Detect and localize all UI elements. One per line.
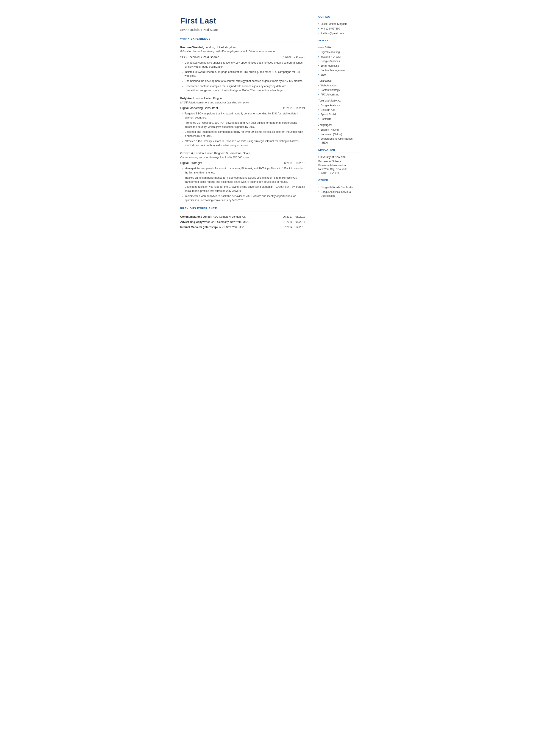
hard-skills-label: Hard SKills: [319,45,359,49]
employer-desc-2: NYSE-listed recruitment and employer bra… [180,101,305,105]
bullet-icon: • [319,117,320,121]
contact-heading: CONTACT [319,15,359,20]
bullet-icon: • [319,27,320,31]
bullet-icon: • [319,32,320,35]
bullet-item: Implemented web analytics to track the b… [185,194,305,202]
employer-name-3: Growthsi, London, United Kingdom & Barce… [180,151,305,155]
employer-block-1: Resume Worded, London, United Kingdom Ed… [180,45,305,92]
bullet-item: Promoted 21+ webinars, 100 PDF downloads… [185,121,305,129]
bullet-icon: • [319,84,320,88]
bullet-icon: • [319,68,320,72]
skill-sem: • SEM [319,73,359,77]
skill-ppc-advertising: • PPC Advertising [319,93,359,97]
bullet-icon: • [319,93,320,97]
bullet-icon: • [319,73,320,77]
bullet-icon: • [319,128,320,132]
employer-desc-1: Education technology startup with 50+ em… [180,49,305,54]
employer-block-2: Polyhire, London, United Kingdom NYSE-li… [180,96,305,147]
bullet-item: Attracted 1450+weekly visitors to Polyhi… [185,139,305,147]
skill-content-strategy: • Content Strategy [319,88,359,92]
prev-exp-dates-1: 06/2017 – 05/2018 [283,215,305,219]
bullet-icon: • [319,64,320,68]
work-experience-heading: WORK EXPERIENCE [180,37,305,42]
bullet-item: Initiated keyword research, on-page opti… [185,70,305,78]
bullet-icon: • [319,108,320,112]
education-heading: EDUCATION [319,148,359,153]
skill-hootsuite: • Hootsuite [319,117,359,121]
bullet-icon: • [319,137,320,145]
prev-exp-role-1: Communications Officer, ABC Company, Lon… [180,215,246,219]
other-item-2: • Google Analytics Individual Qualificat… [319,190,359,198]
bullet-icon: • [319,190,320,198]
skill-english: • English (Native) [319,128,359,132]
contact-phone: • +44 1234567890 [319,27,359,31]
job-bullets-2: Targeted SEO campaigns that increased mo… [185,112,305,147]
bullet-icon: • [319,88,320,92]
bullet-item: Designed and implemented campaign strate… [185,130,305,138]
skill-romanian: • Romanian (Native) [319,132,359,136]
job-bullets-1: Conducted competitive analysis to identi… [185,61,305,92]
main-column: First Last SEO Specialist / Paid Search … [171,9,313,237]
bullet-icon: • [319,113,320,116]
skill-web-analytics: • Web Analytics [319,84,359,88]
job-bullets-3: Managed the company's Facebook, Instagra… [185,167,305,202]
skill-content-management: • Content Management [319,68,359,72]
prev-exp-role-2: Advertising Copywriter, XYZ Company, New… [180,220,249,224]
candidate-title: SEO Specialist / Paid Search [180,28,305,32]
employer-desc-3: Career training and membership SaaS with… [180,155,305,160]
employer-block-3: Growthsi, London, United Kingdom & Barce… [180,151,305,202]
bullet-item: Targeted SEO campaigns that increased mo… [185,112,305,120]
job-title-row-1: SEO Specialist / Paid Search 12/2021 – P… [180,55,305,60]
candidate-name: First Last [180,15,305,27]
bullet-item: Championed the development of a content … [185,79,305,83]
edu-degree: Bachelor of Science Business Administrat… [319,159,359,175]
previous-experience-heading: PREVIOUS EXPERIENCE [180,207,305,211]
prev-exp-dates-2: 01/2016 – 05/2017 [283,220,305,224]
skill-google-analytics-2: • Google Analytics [319,103,359,107]
job-title-3: Digital Strategist [180,161,202,165]
tools-label: Tools and Software: [319,99,359,102]
bullet-icon: • [319,22,320,26]
bullet-item: Researched content strategies that align… [185,84,305,93]
prev-exp-row-2: Advertising Copywriter, XYZ Company, New… [180,220,305,224]
skill-email-marketing: • Email Marketing [319,64,359,68]
languages-label: Languages: [319,123,359,127]
prev-exp-dates-3: 07/2014 – 12/2015 [283,225,305,229]
bullet-icon: • [319,132,320,136]
bullet-icon: • [319,59,320,63]
prev-exp-row-3: Internet Marketer (Internship), ABC, New… [180,225,305,229]
techniques-label: Techniques: [319,79,359,83]
prev-exp-role-3: Internet Marketer (Internship), ABC, New… [180,225,244,229]
bullet-item: Conducted competitive analysis to identi… [185,61,305,69]
skill-instagram-growth: • Instagram Growth [319,55,359,59]
skill-digital-marketing: • Digital Marketing [319,50,359,54]
other-heading: OTHER [319,179,359,183]
job-dates-3: 06/2018 – 10/2019 [283,161,305,165]
job-dates-1: 12/2021 – Present [283,55,305,60]
job-title-row-3: Digital Strategist 06/2018 – 10/2019 [180,161,305,165]
bullet-icon: • [319,50,320,54]
skill-sprout-social: • Sprout Social [319,113,359,116]
resume-page: First Last SEO Specialist / Paid Search … [171,0,365,245]
other-item-1: • Google AdWords Certification [319,185,359,189]
skill-google-analytics-1: • Google Analytics [319,59,359,63]
job-title-row-2: Digital Marketing Consultant 11/2019 – 1… [180,106,305,110]
bullet-item: Managed the company's Facebook, Instagra… [185,167,305,175]
skill-linkedin-ads: • LinkedIn Ads [319,108,359,112]
skill-seo-language: • Search Engine Optimization (SEO) [319,137,359,145]
sidebar: CONTACT • Essex, United Kingdom • +44 12… [313,9,365,237]
job-dates-2: 11/2019 – 11/2021 [283,106,305,110]
bullet-icon: • [319,185,320,189]
contact-location: • Essex, United Kingdom [319,22,359,26]
bullet-item: Tracked campaign performance for video c… [185,176,305,184]
skills-heading: SKILLS [319,39,359,43]
employer-name-2: Polyhire, London, United Kingdom [180,96,305,100]
job-title-1: SEO Specialist / Paid Search [180,55,219,60]
prev-exp-row-1: Communications Officer, ABC Company, Lon… [180,215,305,219]
bullet-icon: • [319,55,320,59]
bullet-item: Developed a skit on YouTube for the Grow… [185,185,305,193]
edu-school: University of New York [319,155,359,159]
employer-name-1: Resume Worded, London, United Kingdom [180,45,305,49]
contact-email: • first.last@gmail.com [319,32,359,35]
job-title-2: Digital Marketing Consultant [180,106,218,110]
